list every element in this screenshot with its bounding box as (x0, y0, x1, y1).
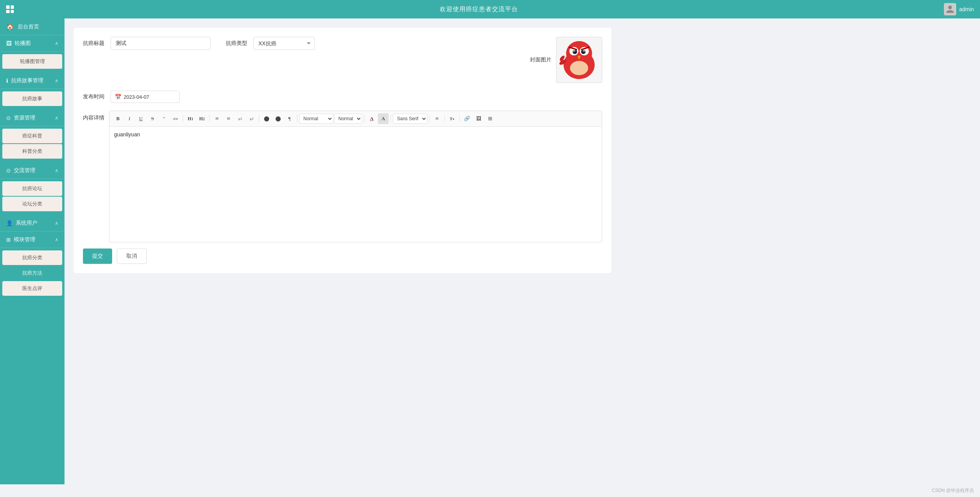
toolbar-align-left[interactable]: ⬤ (261, 113, 272, 124)
toolbar-blockquote[interactable]: " (159, 113, 169, 124)
main-layout: 🏠 后台首页 🖼 轮播图 ∧ 轮播图管理 ℹ 抗癌故事管理 ∧ 抗癌故事 (0, 18, 980, 484)
calendar-icon: 📅 (115, 94, 121, 100)
editor-container: B I U S " <> H1 H2 ≡ ≡ x2 x2 (109, 111, 602, 242)
date-value: 2023-04-07 (124, 94, 149, 100)
toolbar-align-options[interactable]: ≡ (432, 113, 442, 124)
type-select[interactable]: XX抗癌 YY抗癌 ZZ抗癌 (253, 37, 315, 50)
toolbar-divider-1 (183, 115, 183, 123)
toolbar-format-select-1[interactable]: Normal Heading 1 Heading 2 (299, 114, 333, 124)
toolbar-indent[interactable]: ¶ (284, 113, 295, 124)
sidebar-item-doctor-review[interactable]: 医生点评 (2, 281, 62, 296)
sidebar-section-exchange[interactable]: ⊙ 交流管理 ∧ (0, 162, 65, 179)
exchange-sub-group: 抗癌论坛 论坛分类 (0, 179, 65, 215)
editor-toolbar: B I U S " <> H1 H2 ≡ ≡ x2 x2 (109, 111, 602, 127)
toolbar-h1[interactable]: H1 (185, 113, 196, 124)
story-sub-group: 抗癌故事 (0, 89, 65, 110)
editor-body[interactable]: guanliyuan (109, 127, 602, 242)
sidebar-section-module[interactable]: ⊞ 模块管理 ∧ (0, 232, 65, 248)
toolbar-superscript[interactable]: x2 (246, 113, 257, 124)
field-title: 抗癌标题 (83, 37, 210, 50)
toolbar-divider-2 (209, 115, 210, 123)
header-right: admin (944, 3, 974, 15)
resource-section-label: 资源管理 (14, 114, 35, 121)
form-row-1: 抗癌标题 抗癌类型 XX抗癌 YY抗癌 ZZ抗癌 封面图片 (83, 37, 602, 83)
cover-label: 封面图片 (530, 56, 551, 63)
avatar (944, 3, 956, 15)
toolbar-divider-8 (444, 115, 445, 123)
editor-row: 内容详情 B I U S " <> H1 H2 ≡ ≡ (83, 111, 602, 242)
sidebar-item-cancer-cat[interactable]: 抗癌分类 (2, 250, 62, 265)
toolbar-subscript[interactable]: x2 (235, 113, 245, 124)
field-type: 抗癌类型 XX抗癌 YY抗癌 ZZ抗癌 (226, 37, 315, 50)
sidebar-section-users[interactable]: 👤 系统用户 ∧ (0, 215, 65, 232)
sidebar-section-story[interactable]: ℹ 抗癌故事管理 ∧ (0, 73, 65, 89)
chevron-up-icon3: ∧ (55, 115, 58, 121)
toolbar-bold[interactable]: B (113, 113, 123, 124)
sidebar-item-carousel-mgmt[interactable]: 轮播图管理 (2, 54, 62, 69)
toolbar-clear-format[interactable]: Tx (447, 113, 457, 124)
svg-point-13 (572, 49, 575, 52)
sidebar-item-forum-cat[interactable]: 论坛分类 (2, 197, 62, 211)
sidebar-item-science-cat[interactable]: 科普分类 (2, 144, 62, 159)
sidebar-section-carousel[interactable]: 🖼 轮播图 ∧ (0, 35, 65, 52)
date-picker[interactable]: 📅 2023-04-07 (111, 91, 180, 103)
svg-point-2 (570, 61, 588, 75)
carousel-sub-group: 轮播图管理 (0, 52, 65, 73)
sidebar-section-resource[interactable]: ⊙ 资源管理 ∧ (0, 110, 65, 126)
cover-image-box[interactable] (556, 37, 602, 83)
chevron-up-icon6: ∧ (55, 237, 58, 242)
cancel-button[interactable]: 取消 (117, 248, 147, 264)
form-card: 抗癌标题 抗癌类型 XX抗癌 YY抗癌 ZZ抗癌 封面图片 (74, 28, 611, 273)
toolbar-font-family[interactable]: Sans Serif Serif Monospace (393, 114, 427, 124)
type-label: 抗癌类型 (226, 40, 249, 47)
toolbar-format-select-2[interactable]: Normal (334, 114, 362, 124)
module-sub-group: 抗癌分类 抗癌方法 医生点评 (0, 248, 65, 300)
toolbar-h2[interactable]: H2 (197, 113, 207, 124)
cover-image-area: 封面图片 (530, 37, 602, 83)
sidebar-item-story[interactable]: 抗癌故事 (2, 91, 62, 106)
module-section-label: 模块管理 (14, 236, 35, 243)
toolbar-italic[interactable]: I (124, 113, 135, 124)
title-input[interactable] (111, 37, 210, 50)
resource-sub-group: 癌症科普 科普分类 (0, 126, 65, 162)
footer-text: CSDN @毕业程序员 (932, 488, 974, 493)
header-left (6, 5, 14, 13)
submit-button[interactable]: 提交 (83, 248, 112, 264)
grid-menu-icon[interactable] (6, 5, 14, 13)
page-footer: CSDN @毕业程序员 (0, 484, 980, 497)
sidebar-item-home[interactable]: 🏠 后台首页 (0, 18, 65, 35)
form-row-2: 发布时间 📅 2023-04-07 (83, 91, 602, 103)
chevron-up-icon5: ∧ (55, 220, 58, 226)
toolbar-ul[interactable]: ≡ (223, 113, 234, 124)
sidebar-item-science[interactable]: 癌症科普 (2, 129, 62, 143)
toolbar-image[interactable]: 🖼 (473, 113, 484, 124)
carousel-section-label: 轮播图 (15, 40, 31, 47)
sidebar-item-forum[interactable]: 抗癌论坛 (2, 181, 62, 196)
toolbar-divider-7 (429, 115, 430, 123)
toolbar-divider-6 (391, 115, 391, 123)
toolbar-divider-3 (259, 115, 259, 123)
home-label: 后台首页 (18, 23, 39, 30)
svg-point-14 (583, 49, 586, 52)
header-title: 欢迎使用癌症患者交流平台 (440, 5, 518, 13)
toolbar-table[interactable]: ⊞ (485, 113, 495, 124)
sidebar: 🏠 后台首页 🖼 轮播图 ∧ 轮播图管理 ℹ 抗癌故事管理 ∧ 抗癌故事 (0, 18, 65, 484)
sidebar-item-cancer-method[interactable]: 抗癌方法 (2, 266, 62, 280)
toolbar-strikethrough[interactable]: S (147, 113, 158, 124)
toolbar-code[interactable]: <> (170, 113, 181, 124)
toolbar-divider-4 (297, 115, 297, 123)
content-label: 内容详情 (83, 111, 104, 121)
toolbar-underline[interactable]: U (136, 113, 146, 124)
date-label: 发布时间 (83, 93, 106, 100)
top-header: 欢迎使用癌症患者交流平台 admin (0, 0, 980, 18)
toolbar-font-color[interactable]: A (366, 113, 377, 124)
toolbar-divider-5 (364, 115, 364, 123)
title-label: 抗癌标题 (83, 40, 106, 47)
toolbar-bg-color[interactable]: A (378, 113, 389, 124)
toolbar-align-right[interactable]: ⬤ (273, 113, 283, 124)
toolbar-link[interactable]: 🔗 (462, 113, 472, 124)
users-section-label: 系统用户 (16, 220, 37, 227)
chevron-up-icon4: ∧ (55, 168, 58, 173)
chevron-up-icon: ∧ (55, 41, 58, 46)
toolbar-ol[interactable]: ≡ (212, 113, 222, 124)
